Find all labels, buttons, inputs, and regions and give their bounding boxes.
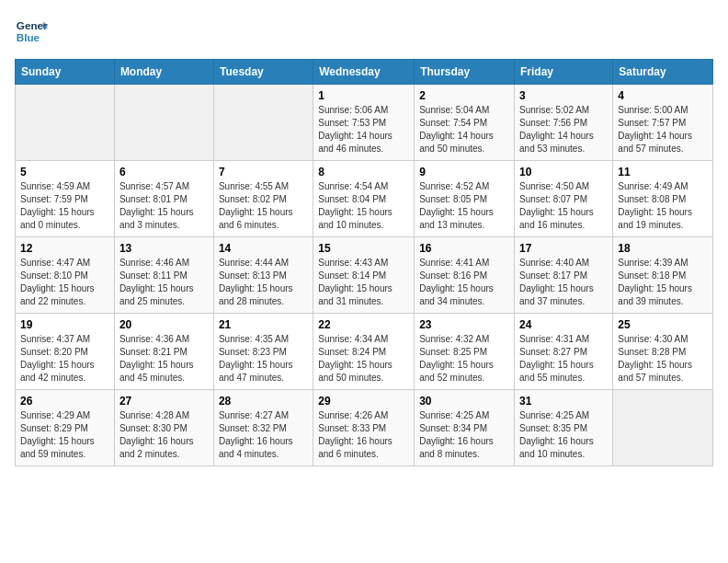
day-info: Sunrise: 4:25 AMSunset: 8:35 PMDaylight:… (519, 409, 608, 461)
sunrise-text: Sunrise: 4:55 AM (219, 180, 308, 193)
svg-text:Blue: Blue (17, 31, 40, 43)
calendar-cell: 5Sunrise: 4:59 AMSunset: 7:59 PMDaylight… (16, 161, 115, 237)
day-number: 10 (519, 166, 608, 178)
sunset-text: Sunset: 7:53 PM (318, 117, 409, 130)
sunset-text: Sunset: 7:54 PM (419, 117, 509, 130)
calendar-cell: 1Sunrise: 5:06 AMSunset: 7:53 PMDaylight… (313, 85, 415, 161)
sunrise-text: Sunrise: 4:26 AM (318, 409, 409, 422)
day-number: 24 (519, 318, 608, 331)
sunrise-text: Sunrise: 4:35 AM (219, 333, 308, 346)
daylight-text: Daylight: 15 hours and 34 minutes. (419, 282, 509, 308)
sunset-text: Sunset: 7:56 PM (519, 117, 608, 130)
sunrise-text: Sunrise: 4:25 AM (419, 409, 509, 422)
daylight-text: Daylight: 15 hours and 10 minutes. (318, 206, 409, 232)
sunset-text: Sunset: 8:05 PM (419, 193, 509, 206)
sunrise-text: Sunrise: 4:36 AM (119, 333, 209, 346)
sunrise-text: Sunrise: 4:37 AM (20, 333, 109, 346)
sunrise-text: Sunrise: 5:02 AM (519, 104, 608, 117)
day-number: 23 (419, 318, 509, 331)
sunrise-text: Sunrise: 4:43 AM (318, 257, 409, 270)
sunset-text: Sunset: 8:29 PM (20, 422, 109, 435)
daylight-text: Daylight: 15 hours and 19 minutes. (618, 206, 708, 232)
day-number: 2 (419, 89, 509, 102)
daylight-text: Daylight: 15 hours and 55 minutes. (519, 359, 608, 385)
sunset-text: Sunset: 8:34 PM (419, 422, 509, 435)
weekday-header-monday: Monday (114, 60, 213, 85)
calendar-cell: 21Sunrise: 4:35 AMSunset: 8:23 PMDayligh… (213, 314, 313, 390)
sunset-text: Sunset: 8:04 PM (318, 193, 409, 206)
day-info: Sunrise: 4:28 AMSunset: 8:30 PMDaylight:… (119, 409, 209, 461)
daylight-text: Daylight: 15 hours and 25 minutes. (119, 282, 209, 308)
sunset-text: Sunset: 8:23 PM (219, 346, 308, 359)
sunrise-text: Sunrise: 5:06 AM (318, 104, 409, 117)
sunrise-text: Sunrise: 4:31 AM (519, 333, 608, 346)
sunset-text: Sunset: 7:57 PM (618, 117, 708, 130)
calendar-week-5: 26Sunrise: 4:29 AMSunset: 8:29 PMDayligh… (16, 390, 713, 466)
day-number: 15 (318, 242, 409, 255)
day-info: Sunrise: 4:50 AMSunset: 8:07 PMDaylight:… (519, 180, 608, 232)
daylight-text: Daylight: 15 hours and 6 minutes. (219, 206, 308, 232)
daylight-text: Daylight: 15 hours and 16 minutes. (519, 206, 608, 232)
daylight-text: Daylight: 16 hours and 2 minutes. (119, 435, 209, 461)
sunrise-text: Sunrise: 4:57 AM (119, 180, 209, 193)
day-info: Sunrise: 4:36 AMSunset: 8:21 PMDaylight:… (119, 333, 209, 385)
sunset-text: Sunset: 8:21 PM (119, 346, 209, 359)
sunrise-text: Sunrise: 5:04 AM (419, 104, 509, 117)
day-info: Sunrise: 4:43 AMSunset: 8:14 PMDaylight:… (318, 257, 409, 308)
sunset-text: Sunset: 8:35 PM (519, 422, 608, 435)
day-info: Sunrise: 4:25 AMSunset: 8:34 PMDaylight:… (419, 409, 509, 461)
day-number: 30 (419, 395, 509, 408)
day-info: Sunrise: 4:49 AMSunset: 8:08 PMDaylight:… (618, 180, 708, 232)
sunrise-text: Sunrise: 5:00 AM (618, 104, 708, 117)
sunrise-text: Sunrise: 4:52 AM (419, 180, 509, 193)
day-info: Sunrise: 5:04 AMSunset: 7:54 PMDaylight:… (419, 104, 509, 155)
day-number: 27 (119, 395, 209, 408)
day-info: Sunrise: 4:29 AMSunset: 8:29 PMDaylight:… (20, 409, 109, 461)
sunset-text: Sunset: 8:08 PM (618, 193, 708, 206)
calendar-cell: 9Sunrise: 4:52 AMSunset: 8:05 PMDaylight… (415, 161, 515, 237)
calendar-cell: 28Sunrise: 4:27 AMSunset: 8:32 PMDayligh… (213, 390, 313, 466)
day-info: Sunrise: 4:46 AMSunset: 8:11 PMDaylight:… (119, 257, 209, 308)
day-number: 8 (318, 166, 409, 178)
sunset-text: Sunset: 8:20 PM (20, 346, 109, 359)
day-info: Sunrise: 4:32 AMSunset: 8:25 PMDaylight:… (419, 333, 509, 385)
sunset-text: Sunset: 8:27 PM (519, 346, 608, 359)
day-number: 7 (219, 166, 308, 178)
day-info: Sunrise: 4:30 AMSunset: 8:28 PMDaylight:… (618, 333, 708, 385)
day-info: Sunrise: 4:41 AMSunset: 8:16 PMDaylight:… (419, 257, 509, 308)
day-info: Sunrise: 4:40 AMSunset: 8:17 PMDaylight:… (519, 257, 608, 308)
calendar-week-1: 1Sunrise: 5:06 AMSunset: 7:53 PMDaylight… (16, 85, 713, 161)
sunrise-text: Sunrise: 4:49 AM (618, 180, 708, 193)
day-number: 3 (519, 89, 608, 102)
sunrise-text: Sunrise: 4:32 AM (419, 333, 509, 346)
day-info: Sunrise: 4:59 AMSunset: 7:59 PMDaylight:… (20, 180, 109, 232)
logo-icon: General Blue (15, 15, 48, 48)
sunset-text: Sunset: 8:28 PM (618, 346, 708, 359)
calendar-week-4: 19Sunrise: 4:37 AMSunset: 8:20 PMDayligh… (16, 314, 713, 390)
day-number: 22 (318, 318, 409, 331)
calendar-cell: 22Sunrise: 4:34 AMSunset: 8:24 PMDayligh… (313, 314, 415, 390)
day-number: 16 (419, 242, 509, 255)
calendar-cell (114, 85, 213, 161)
day-info: Sunrise: 5:06 AMSunset: 7:53 PMDaylight:… (318, 104, 409, 155)
sunrise-text: Sunrise: 4:29 AM (20, 409, 109, 422)
calendar-cell: 17Sunrise: 4:40 AMSunset: 8:17 PMDayligh… (515, 237, 613, 314)
calendar-cell: 10Sunrise: 4:50 AMSunset: 8:07 PMDayligh… (515, 161, 613, 237)
calendar-cell (213, 85, 313, 161)
calendar-week-2: 5Sunrise: 4:59 AMSunset: 7:59 PMDaylight… (16, 161, 713, 237)
sunset-text: Sunset: 8:32 PM (219, 422, 308, 435)
day-info: Sunrise: 4:44 AMSunset: 8:13 PMDaylight:… (219, 257, 308, 308)
day-number: 18 (618, 242, 708, 255)
calendar-cell: 15Sunrise: 4:43 AMSunset: 8:14 PMDayligh… (313, 237, 415, 314)
sunset-text: Sunset: 8:18 PM (618, 270, 708, 282)
calendar-cell: 8Sunrise: 4:54 AMSunset: 8:04 PMDaylight… (313, 161, 415, 237)
sunrise-text: Sunrise: 4:50 AM (519, 180, 608, 193)
weekday-header-wednesday: Wednesday (313, 60, 415, 85)
day-info: Sunrise: 4:35 AMSunset: 8:23 PMDaylight:… (219, 333, 308, 385)
page-header: General Blue (15, 15, 713, 48)
day-number: 28 (219, 395, 308, 408)
weekday-header-thursday: Thursday (415, 60, 515, 85)
sunrise-text: Sunrise: 4:39 AM (618, 257, 708, 270)
daylight-text: Daylight: 15 hours and 31 minutes. (318, 282, 409, 308)
sunrise-text: Sunrise: 4:54 AM (318, 180, 409, 193)
